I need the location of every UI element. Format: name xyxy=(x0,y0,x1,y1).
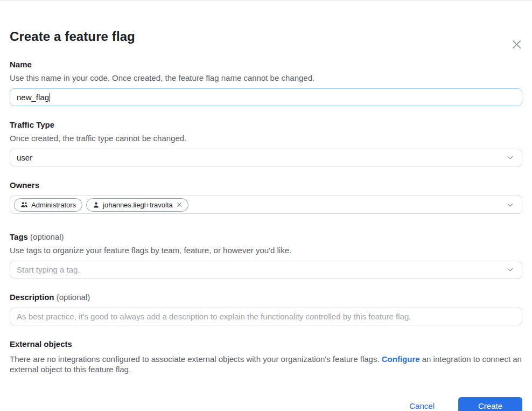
traffic-type-label: Traffic Type xyxy=(10,120,522,130)
tags-help-text: Use tags to organize your feature flags … xyxy=(10,245,522,256)
chevron-down-icon xyxy=(506,154,514,162)
traffic-type-section: Traffic Type Once created, the traffic t… xyxy=(10,120,522,166)
page-title: Create a feature flag xyxy=(10,29,522,45)
tags-input[interactable]: Start typing a tag. xyxy=(10,261,522,278)
traffic-type-select[interactable]: user xyxy=(10,149,522,166)
description-placeholder: As best practice, it's good to always ad… xyxy=(17,312,411,321)
close-icon xyxy=(510,38,523,51)
traffic-type-selected-value: user xyxy=(17,153,32,162)
owners-chips: Administrators johannes.liegl+travolta xyxy=(14,198,188,212)
owner-chip-administrators[interactable]: Administrators xyxy=(14,198,82,212)
external-objects-label: External objects xyxy=(10,339,522,350)
description-optional-text: (optional) xyxy=(57,292,90,302)
tags-label: Tags (optional) xyxy=(10,232,522,242)
name-input[interactable]: new_flag xyxy=(10,88,522,106)
external-objects-section: External objects There are no integratio… xyxy=(10,339,522,374)
tags-label-text: Tags xyxy=(10,232,28,241)
owner-chip-user[interactable]: johannes.liegl+travolta xyxy=(86,198,188,212)
tags-section: Tags (optional) Use tags to organize you… xyxy=(10,232,522,278)
external-objects-text: There are no integrations configured to … xyxy=(10,354,522,374)
traffic-type-help-text: Once created, the traffic type cannot be… xyxy=(10,133,522,144)
description-section: Description (optional) As best practice,… xyxy=(10,292,522,325)
name-help-text: Use this name in your code. Once created… xyxy=(10,73,522,83)
name-input-value: new_flag xyxy=(17,93,49,102)
external-objects-text-before: There are no integrations configured to … xyxy=(10,354,382,364)
configure-link[interactable]: Configure xyxy=(382,354,420,364)
person-icon xyxy=(93,201,100,208)
chip-remove-icon[interactable] xyxy=(177,202,182,207)
owners-select[interactable]: Administrators johannes.liegl+travolta xyxy=(10,196,522,214)
create-feature-flag-modal: Create a feature flag Name Use this name… xyxy=(0,29,532,411)
text-caret xyxy=(50,93,50,102)
close-button[interactable] xyxy=(509,37,523,51)
cancel-button[interactable]: Cancel xyxy=(409,401,435,410)
tags-placeholder: Start typing a tag. xyxy=(17,265,80,274)
owner-chip-label: johannes.liegl+travolta xyxy=(103,201,173,209)
owners-label: Owners xyxy=(10,180,522,191)
group-icon xyxy=(20,201,28,208)
chevron-down-icon xyxy=(506,201,514,209)
name-label: Name xyxy=(10,59,522,70)
owner-chip-label: Administrators xyxy=(31,201,76,209)
description-label: Description (optional) xyxy=(10,292,522,303)
modal-footer: Cancel Create xyxy=(10,397,522,411)
tags-optional-text: (optional) xyxy=(30,232,64,241)
name-section: Name Use this name in your code. Once cr… xyxy=(10,59,522,106)
owners-section: Owners Administrators xyxy=(10,180,522,214)
create-button[interactable]: Create xyxy=(458,397,522,411)
chevron-down-icon xyxy=(506,266,514,274)
description-input[interactable]: As best practice, it's good to always ad… xyxy=(10,308,522,325)
description-label-text: Description xyxy=(10,292,54,302)
